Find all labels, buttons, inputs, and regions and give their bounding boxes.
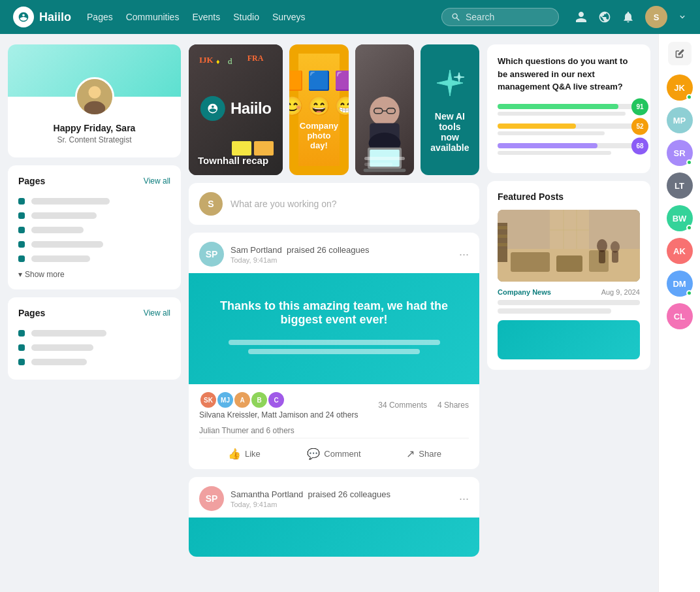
nav-studio[interactable]: Studio	[233, 12, 259, 22]
widget-title-2: Pages	[18, 308, 45, 318]
svg-rect-20	[498, 243, 507, 246]
nav-surveys[interactable]: Surveys	[272, 12, 306, 22]
list-item[interactable]	[18, 340, 170, 355]
comments-count-0: 34 Comments	[378, 401, 427, 410]
poll-option-2[interactable]: 68	[498, 143, 640, 155]
post-input-placeholder[interactable]: What are you working on?	[231, 199, 469, 209]
list-item[interactable]	[18, 223, 170, 237]
show-more-label: Show more	[25, 270, 65, 279]
show-more-button[interactable]: ▾ Show more	[18, 270, 170, 279]
strip-avatar-2[interactable]: SR	[667, 140, 693, 166]
banner-person[interactable]	[355, 44, 414, 175]
nav-events[interactable]: Events	[192, 12, 220, 22]
poll-question: Which questions do you want to be answer…	[498, 55, 640, 93]
featured-posts-title: Featured Posts	[498, 191, 640, 202]
page-label	[31, 359, 87, 365]
featured-text-line-1	[498, 300, 640, 305]
like-label-0: Like	[245, 449, 261, 459]
page-label	[31, 255, 90, 262]
list-item[interactable]	[18, 194, 170, 208]
page-label	[31, 198, 110, 205]
globe-icon[interactable]	[598, 10, 611, 24]
svg-rect-11	[363, 169, 406, 172]
poll-bar-1	[498, 123, 576, 129]
banner-photo-day[interactable]: 🟧 🟦 🟪 😊😄😁 Company photo day!	[289, 44, 348, 175]
poll-option-0[interactable]: 91	[498, 104, 640, 116]
pages-widget-1: Pages View all	[8, 165, 181, 289]
post-author-avatar-0: SP	[199, 242, 224, 267]
page-label	[31, 212, 97, 219]
poll-bar-2	[498, 143, 597, 148]
profile-avatar[interactable]	[75, 77, 114, 116]
strip-avatar-4[interactable]: BW	[667, 205, 693, 231]
poll-meta-0	[498, 112, 626, 116]
strip-avatar-0[interactable]: JK	[667, 74, 693, 101]
svg-rect-19	[498, 235, 507, 238]
featured-post-image[interactable]	[498, 210, 640, 282]
widget-title-1: Pages	[18, 176, 45, 186]
nav-communities[interactable]: Communities	[126, 12, 180, 22]
svg-rect-28	[550, 229, 589, 231]
view-all-link-2[interactable]: View all	[144, 308, 170, 318]
reaction-av-5: C	[267, 391, 285, 409]
navbar: Haiilo Pages Communities Events Studio S…	[0, 0, 700, 34]
post-more-button-1[interactable]: ···	[459, 492, 469, 506]
svg-rect-18	[498, 226, 507, 229]
post-reactions-0: SK MJ A B C Silvana Kreissler, Matt Jami…	[189, 384, 479, 423]
user-avatar[interactable]: S	[645, 6, 667, 28]
page-dot	[18, 344, 25, 351]
chevron-down-icon[interactable]	[678, 12, 687, 22]
poll-bar-wrap-2: 68	[498, 143, 640, 148]
comment-button-0[interactable]: 💬 Comment	[289, 442, 379, 465]
commentor-line: Julian Thumer and 6 others	[189, 423, 479, 438]
featured-post-teal[interactable]	[498, 320, 640, 359]
banner-ai-tools[interactable]: New AI tools now available	[421, 44, 479, 175]
profile-card: Happy Friday, Sara Sr. Content Strategis…	[8, 44, 181, 157]
list-item[interactable]	[18, 355, 170, 369]
post-teal-bar-2	[248, 349, 420, 354]
banner-townhall[interactable]: Haiilo IJK FRA ♦ d Townhall recap	[189, 44, 283, 175]
nav-pages[interactable]: Pages	[87, 12, 113, 22]
strip-avatar-7[interactable]: CL	[667, 303, 693, 329]
search-icon	[451, 12, 460, 22]
post-author-name-0: Sam Portland praised 26 colleagues	[231, 245, 453, 255]
list-item[interactable]	[18, 237, 170, 252]
profile-icon[interactable]	[575, 10, 588, 24]
list-item[interactable]	[18, 252, 170, 266]
strip-avatar-3[interactable]: LT	[667, 173, 693, 199]
poll-score-1: 52	[631, 118, 648, 135]
view-all-link-1[interactable]: View all	[144, 176, 170, 186]
search-bar[interactable]: Search	[441, 8, 559, 26]
page-dot	[18, 330, 25, 337]
poll-meta-1	[498, 131, 605, 135]
post-teal-bar-1	[229, 340, 440, 345]
compose-button[interactable]	[668, 42, 692, 65]
banner-photo-day-label: Company photo day!	[298, 121, 339, 150]
poll-option-1[interactable]: 52	[498, 123, 640, 135]
widget-header-1: Pages View all	[18, 176, 170, 186]
reaction-avatars-0: SK MJ A B C	[199, 391, 358, 409]
navbar-links: Pages Communities Events Studio Surveys	[87, 12, 306, 22]
logo-icon	[13, 7, 34, 27]
page-dot	[18, 227, 25, 233]
bell-icon[interactable]	[622, 10, 635, 24]
like-button-0[interactable]: 👍 Like	[199, 442, 289, 465]
strip-avatar-5[interactable]: AK	[667, 238, 693, 264]
strip-avatar-6[interactable]: DM	[667, 271, 693, 297]
post-header-0: SP Sam Portland praised 26 colleagues To…	[189, 233, 479, 273]
featured-post-tag: Company News	[498, 288, 551, 296]
logo[interactable]: Haiilo	[13, 7, 71, 27]
widget-header-2: Pages View all	[18, 308, 170, 318]
page-dot	[18, 255, 25, 262]
reaction-av-4: B	[250, 391, 268, 409]
list-item[interactable]	[18, 326, 170, 340]
logo-text: Haiilo	[39, 10, 71, 24]
page-dot	[18, 198, 25, 205]
post-more-button-0[interactable]: ···	[459, 248, 469, 261]
strip-avatar-1[interactable]: MP	[667, 107, 693, 133]
list-item[interactable]	[18, 208, 170, 223]
page-dot	[18, 359, 25, 365]
shares-count-0: 4 Shares	[438, 401, 469, 410]
share-button-0[interactable]: ↗ Share	[379, 442, 469, 465]
page-label	[31, 241, 103, 248]
